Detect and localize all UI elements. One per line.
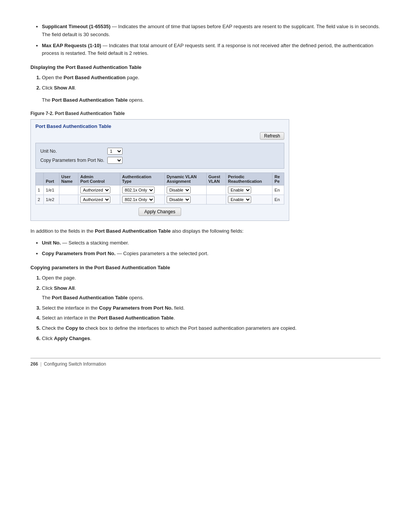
s2-step1-text: Open the page. (42, 275, 76, 281)
section2-step3: Select the interface in the Copy Paramet… (42, 304, 381, 312)
bullet-unit-no: Unit No. — Selects a stacking member. (42, 239, 381, 247)
col-guest-vlan: GuestVLAN (206, 173, 226, 185)
row2-dynamic-vlan: Disable (164, 195, 206, 204)
footer-page: 266 (30, 361, 38, 367)
bullet-copy-text: — Copies parameters a the selected port. (116, 251, 209, 256)
row1-admin-port-control: Authorized (78, 185, 120, 195)
footer-text-label: Configuring Switch Information (44, 361, 106, 367)
row2-guest-vlan (206, 195, 226, 204)
bullet-supplicant-timeout: Supplicant Timeout (1-65535) — Indicates… (42, 23, 381, 39)
bullet-section-top: Supplicant Timeout (1-65535) — Indicates… (30, 23, 381, 58)
bullet-max-eap: Max EAP Requests (1-10) — Indicates that… (42, 42, 381, 58)
inline-text-post: also displays the following fields: (170, 228, 244, 234)
row1-auth-select[interactable]: 802.1x Only (122, 187, 155, 193)
row1-re-pe: En (272, 185, 284, 195)
inline-paragraph: In addition to the fields in the Port Ba… (30, 227, 381, 235)
section2-step4: Select an interface in the Port Based Au… (42, 314, 381, 322)
figure-label: Figure 7-2. Port Based Authentication Ta… (30, 111, 381, 116)
footer-pipe: | (40, 361, 41, 367)
section1-step2: Click Show All. (42, 84, 381, 92)
s2-step6-text: Click (42, 335, 54, 341)
bullet-copy-params: Copy Parameters from Port No. — Copies p… (42, 250, 381, 258)
s2-step3-text: Select the interface in the (42, 305, 99, 311)
row1-reauth-select[interactable]: Enable (228, 187, 251, 193)
row2-port: 1/e2 (44, 195, 59, 204)
bullet-section-bottom: Unit No. — Selects a stacking member. Co… (30, 239, 381, 258)
row2-re-pe: En (272, 195, 284, 204)
col-port: Port (44, 173, 59, 185)
s2-step4-text: Select an interface in the (42, 315, 98, 321)
table-row: 1 1/e1 Authorized 802.1x Only Disable (36, 185, 284, 195)
step2-suffix: . (75, 85, 76, 91)
s2-step6-bold: Apply Changes (54, 335, 90, 341)
section1-steps: Open the Port Based Authentication page.… (42, 74, 381, 92)
inline-text-pre: In addition to the fields in the (30, 228, 95, 234)
row1-num: 1 (36, 185, 44, 195)
section2-step2: Click Show All. The Port Based Authentic… (42, 284, 381, 302)
row1-auth-type: 802.1x Only (120, 185, 164, 195)
section1-heading: Displaying the Port Based Authentication… (30, 64, 381, 70)
col-periodic-reauth: PeriodicReauthentication (226, 173, 272, 185)
bullet-copy-label: Copy Parameters from Port No. (42, 251, 116, 256)
unit-no-value-cell: 1 (107, 147, 125, 155)
col-user-name: UserName (59, 173, 78, 185)
s2-step4-bold: Port Based Authentication Table (98, 315, 174, 321)
s2-step4-suffix: . (174, 315, 175, 321)
step2-bold: Show All (54, 85, 75, 91)
row2-num: 2 (36, 195, 44, 204)
s2-step5-suffix: check box to define the interfaces to wh… (84, 325, 297, 331)
row2-auth-type: 802.1x Only (120, 195, 164, 204)
step2-text: Click (42, 85, 54, 91)
section2-steps: Open the page. Click Show All. The Port … (42, 274, 381, 343)
row2-admin-select[interactable]: Authorized (80, 196, 110, 203)
refresh-button[interactable]: Refresh (260, 132, 284, 140)
footer: 266 | Configuring Switch Information (30, 361, 381, 367)
table-header-row: Port UserName AdminPort Control Authenti… (36, 173, 284, 185)
unit-no-select[interactable]: 1 (107, 148, 123, 155)
row2-reauth-select[interactable]: Enable (228, 196, 251, 203)
copy-params-value-cell (107, 156, 125, 165)
row1-port: 1/e1 (44, 185, 59, 195)
port-auth-table-container: Port Based Authentication Table Refresh … (30, 119, 289, 221)
s2-step3-suffix: field. (173, 305, 185, 311)
row1-guest-vlan (206, 185, 226, 195)
col-re-pe: RePe (272, 173, 284, 185)
row1-dynamic-vlan: Disable (164, 185, 206, 195)
table-title: Port Based Authentication Table (35, 123, 284, 129)
bullet-supplicant-label: Supplicant Timeout (1-65535) (42, 24, 110, 29)
col-dynamic-vlan: Dynamic VLANAssignment (164, 173, 206, 185)
col-port-num (36, 173, 44, 185)
section2-step5: Check the Copy to check box to define th… (42, 324, 381, 332)
copy-params-select[interactable] (107, 157, 123, 164)
auth-data-table: Port UserName AdminPort Control Authenti… (35, 173, 284, 204)
col-auth-type: AuthenticationType (120, 173, 164, 185)
unit-no-row: Unit No. 1 (40, 147, 125, 155)
footer-rule (30, 358, 381, 358)
bullet-max-eap-label: Max EAP Requests (1-10) (42, 43, 101, 48)
step1-suffix: page. (126, 75, 139, 80)
section1-step1: Open the Port Based Authentication page. (42, 74, 381, 82)
s2-step2-bold: Show All (54, 285, 75, 291)
copy-params-label: Copy Parameters from Port No. (40, 156, 107, 165)
section1-result: The Port Based Authentication Table open… (42, 96, 381, 104)
section2-heading: Copying parameters in the Port Based Aut… (30, 265, 381, 270)
section2-step1: Open the page. (42, 274, 381, 282)
table-row: 2 1/e2 Authorized 802.1x Only Disable (36, 195, 284, 204)
s2-step5-bold: Copy to (65, 325, 84, 331)
step1-text: Open the (42, 75, 64, 80)
s2-step2-suffix: . (75, 285, 76, 291)
s2-step2-text: Click (42, 285, 54, 291)
s2-step6-suffix: . (90, 335, 91, 341)
bullet-unit-label: Unit No. (42, 240, 61, 246)
step1-bold: Port Based Authentication (64, 75, 126, 80)
row2-vlan-select[interactable]: Disable (167, 196, 191, 203)
inline-bold: Port Based Authentication Table (95, 228, 170, 234)
row2-periodic-reauth: Enable (226, 195, 272, 204)
row1-admin-select[interactable]: Authorized (80, 187, 110, 193)
copy-params-row: Copy Parameters from Port No. (40, 156, 125, 165)
row2-auth-select[interactable]: 802.1x Only (122, 196, 155, 203)
apply-changes-button[interactable]: Apply Changes (139, 208, 181, 216)
s2-step3-bold: Copy Parameters from Port No. (99, 305, 173, 311)
row1-vlan-select[interactable]: Disable (167, 187, 191, 193)
row1-user-name (59, 185, 78, 195)
